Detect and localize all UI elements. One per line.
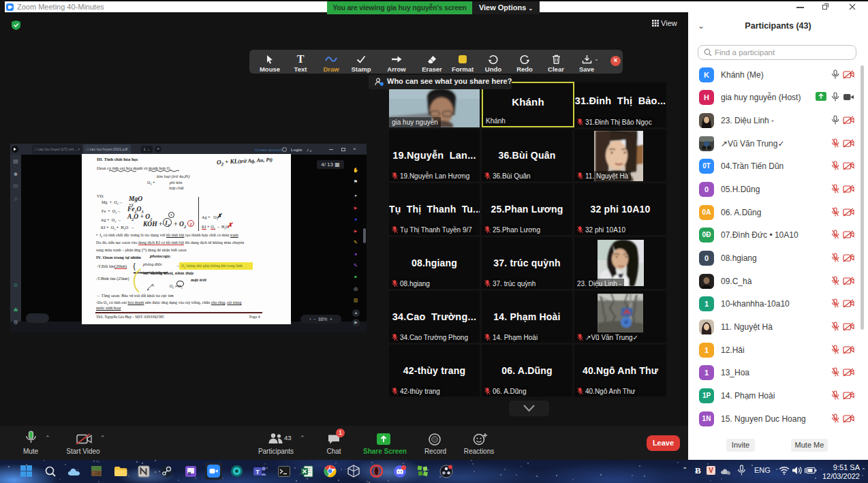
svg-text:T: T [255,468,260,475]
